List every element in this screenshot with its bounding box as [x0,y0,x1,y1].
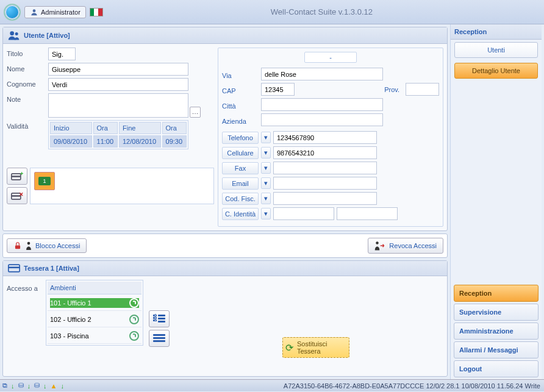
note-more-button[interactable]: … [190,107,201,118]
checklist-icon [153,315,165,324]
list-button[interactable] [149,330,170,347]
cognome-label: Cognome [7,78,48,88]
validita-table: InizioOraFineOra 09/08/201011:0012/08/20… [48,120,188,149]
validita-row[interactable]: 09/08/201011:0012/08/201009:30 [50,135,187,148]
status-text: A72A3150-64B6-4672-A8BD-E0A5A77DCCCE 12/… [284,382,540,390]
app-logo-button[interactable] [4,4,21,21]
user-chip[interactable]: Administrator [24,6,86,18]
accesso-label: Accesso a [7,280,42,347]
email-button[interactable]: Email [222,177,259,190]
clock-icon[interactable] [129,331,139,341]
card-tile-1[interactable]: 1 [34,172,55,190]
users-icon [8,30,20,40]
citta-input[interactable] [261,98,383,111]
codfisc-input[interactable] [273,192,377,205]
telefono-dropdown[interactable]: ▾ [261,132,271,143]
person-block-icon [26,241,32,250]
right-sidebar: Reception Utenti Dettaglio Utente Recept… [450,24,542,379]
svg-point-1 [10,31,14,35]
clock-icon[interactable] [129,315,139,324]
nav-allarmi[interactable]: Allarmi / Messaggi [454,341,539,358]
validita-label: Validità [7,120,48,130]
utenti-button[interactable]: Utenti [454,42,538,58]
list-icon [153,334,165,343]
fax-dropdown[interactable]: ▾ [261,162,271,174]
card-tray: 1 [30,168,214,204]
email-dropdown[interactable]: ▾ [261,177,271,189]
status-alarm-icon: ▲ [51,382,57,390]
lock-icon [13,241,22,250]
nav-amministrazione[interactable]: Amministrazione [454,323,539,340]
cidentita-input-2[interactable] [337,207,398,220]
col-ora1[interactable]: Ora [93,122,118,134]
ambienti-row-1[interactable]: 101 - Ufficio 1 [50,298,139,308]
card-icon [8,264,20,273]
fax-button[interactable]: Fax [222,162,259,174]
col-ora2[interactable]: Ora [162,122,187,134]
utente-header: Utente [Attivo] [3,27,447,44]
prov-label: Prov. [297,86,403,93]
svg-rect-13 [9,267,20,269]
codfisc-button[interactable]: Cod. Fisc. [222,193,259,205]
fax-input[interactable] [273,162,377,174]
note-input[interactable] [48,93,188,118]
card-plus-icon: + [11,171,23,181]
via-label: Via [222,69,259,79]
status-bus-icon: ⛁ [34,382,40,390]
nav-supervisione[interactable]: Supervisione [454,304,539,321]
citta-label: Città [222,100,259,110]
codfisc-dropdown[interactable]: ▾ [261,193,271,204]
svg-point-11 [376,241,379,244]
remove-card-button[interactable]: ✕ [7,187,27,204]
telefono-input[interactable] [273,131,377,144]
nav-reception[interactable]: Reception [454,285,539,302]
nome-label: Nome [7,63,48,73]
svg-rect-4 [12,176,21,177]
ambienti-row-3[interactable]: 103 - Piscina [50,331,139,341]
cap-label: CAP [222,85,259,94]
ambienti-row-2[interactable]: 102 - Ufficio 2 [50,315,139,324]
ambienti-header[interactable]: Ambienti [48,282,141,294]
nome-input[interactable] [48,63,188,76]
titolo-input[interactable] [48,48,76,60]
cidentita-input-1[interactable] [273,207,334,220]
via-input[interactable] [261,68,383,80]
checklist-button[interactable] [149,310,170,327]
app-title: Well-Contact Suite v.1.3.0.12 [103,7,540,16]
access-bar: Blocco Accessi Revoca Accessi [2,233,448,258]
email-input[interactable] [273,177,377,190]
add-card-button[interactable]: + [7,168,27,185]
col-fine[interactable]: Fine [119,122,161,134]
address-expand-button[interactable]: - [304,52,357,63]
tessera-header: Tessera 1 [Attiva] [3,261,447,276]
cidentita-button[interactable]: C. Identità [222,208,259,220]
azienda-label: Azienda [222,115,259,125]
svg-text:✕: ✕ [19,191,23,198]
cidentita-dropdown[interactable]: ▾ [261,208,271,219]
titolo-label: Titolo [7,48,48,57]
cellulare-dropdown[interactable]: ▾ [261,147,271,159]
sostituisci-tessera-button[interactable]: ⟳ Sostituisci Tessera [282,337,349,358]
blocco-accessi-button[interactable]: Blocco Accessi [7,238,87,253]
person-exit-icon [374,241,385,251]
note-label: Note [7,93,48,103]
revoca-accessi-button[interactable]: Revoca Accessi [368,238,443,254]
clock-icon[interactable] [129,298,139,308]
telefono-button[interactable]: Telefono [222,132,259,144]
nav-logout[interactable]: Logout [454,360,539,377]
ambienti-table: Ambienti 101 - Ufficio 1 102 - Ufficio 2… [46,280,143,346]
flag-icon[interactable] [90,8,103,16]
tessera-panel: Tessera 1 [Attiva] Accesso a Ambienti 10… [2,260,448,377]
prov-input[interactable] [406,83,439,96]
cap-input[interactable] [261,83,295,96]
col-inizio[interactable]: Inizio [50,122,92,134]
cellulare-button[interactable]: Cellulare [222,147,259,159]
cellulare-input[interactable] [273,146,377,159]
refresh-icon: ⟳ [285,342,293,354]
right-header: Reception [451,24,542,40]
dettaglio-utente-button[interactable]: Dettaglio Utente [454,63,538,79]
card-x-icon: ✕ [11,191,23,201]
cognome-input[interactable] [48,78,188,91]
topbar: Administrator Well-Contact Suite v.1.3.0… [0,0,544,24]
azienda-input[interactable] [261,113,383,126]
